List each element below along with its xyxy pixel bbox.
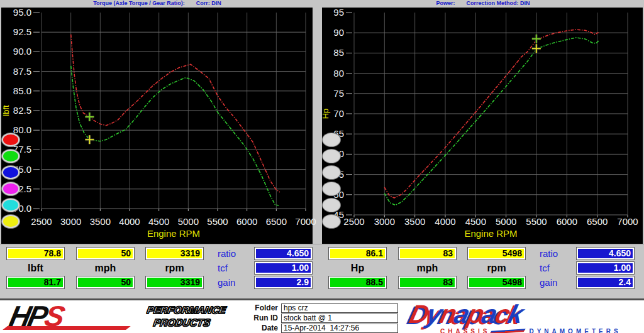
power-cursor-mph-cell: 83: [398, 247, 457, 260]
ratio-label: ratio: [218, 247, 250, 260]
torque-run-value-cell: 81.7: [6, 276, 65, 289]
gain-label: gain: [540, 276, 572, 289]
chart-title-strip: Torque (Axle Torque / Gear Ratio):Corr: …: [0, 0, 644, 8]
run-button-6[interactable]: [2, 215, 19, 228]
x-axis-title: Engine RPM: [464, 228, 517, 239]
torque-correction-text: Corr: DIN: [196, 0, 221, 6]
run-button-5[interactable]: [2, 199, 19, 212]
folder-input[interactable]: hps crz: [281, 303, 398, 313]
dynapack-logo: Dynapack: [407, 300, 526, 328]
svg-text:6000: 6000: [557, 216, 577, 227]
power-title-text: Power:: [436, 0, 455, 6]
y-axis-title: Hp: [321, 109, 330, 119]
tcf-value-cell: 1.00: [576, 261, 635, 275]
folder-label: Folder: [245, 303, 278, 313]
torque-cursor-value-cell: 78.8: [6, 247, 65, 260]
torque-readout-table: 78.8 50 3319 ratio 4.650 lbft mph rpm tc…: [0, 244, 318, 299]
rpm-unit-label: rpm: [467, 261, 526, 275]
ratio-value-cell: 4.650: [254, 247, 313, 260]
power-run-value-cell: 88.5: [328, 276, 387, 289]
date-input[interactable]: 15-Apr-2014 14:27:56: [281, 324, 398, 333]
hps-performance-text: PERFORMANCE: [146, 304, 227, 317]
svg-text:87.5: 87.5: [13, 66, 31, 77]
svg-text:85.0: 85.0: [13, 85, 31, 96]
dyno-app-window: Torque (Axle Torque / Gear Ratio):Corr: …: [0, 0, 644, 333]
dynapack-dynamometers-text: DYNAMOMETERS: [529, 328, 621, 333]
hps-products-text: PRODUCTS: [152, 317, 225, 329]
torque-chart-canvas[interactable]: 2500300035004000450050005500600065007000…: [1, 8, 313, 244]
torque-title-text: Torque (Axle Torque / Gear Ratio):: [93, 0, 185, 6]
svg-text:4500: 4500: [148, 216, 169, 227]
svg-text:85: 85: [333, 47, 344, 58]
folder-row: Folderhps crz: [245, 303, 398, 314]
readout-tables: 78.8 50 3319 ratio 4.650 lbft mph rpm tc…: [0, 244, 644, 300]
power-chart-title: Power:Correction Method: DIN: [322, 0, 644, 8]
run-button-2[interactable]: [323, 150, 340, 163]
svg-text:70: 70: [333, 108, 344, 119]
svg-text:5500: 5500: [526, 216, 547, 227]
torque-chart-title: Torque (Axle Torque / Gear Ratio):Corr: …: [0, 0, 314, 8]
gain-value-cell: 2.4: [576, 276, 635, 289]
svg-text:92.5: 92.5: [13, 26, 31, 37]
run-button-3[interactable]: [2, 166, 19, 179]
hps-logo-subtext: PERFORMANCE PRODUCTS: [143, 304, 226, 329]
svg-text:90.0: 90.0: [13, 46, 31, 57]
power-chart-canvas[interactable]: 2500300035004000450050005500600065007000…: [322, 8, 643, 244]
y-axis-title: lbft: [1, 105, 11, 116]
run-button-1[interactable]: [323, 133, 340, 146]
svg-text:4500: 4500: [465, 216, 486, 227]
torque-chart-panel[interactable]: 2500300035004000450050005500600065007000…: [1, 8, 313, 244]
date-row: Date15-Apr-2014 14:27:56: [245, 324, 398, 333]
power-chart-panel[interactable]: 2500300035004000450050005500600065007000…: [322, 8, 643, 244]
footer-bar: HPS PERFORMANCE PRODUCTS Folderhps crz R…: [0, 300, 644, 333]
run-id-label: Run ID: [245, 314, 278, 323]
svg-text:4000: 4000: [119, 216, 140, 227]
svg-text:5000: 5000: [496, 216, 516, 227]
svg-text:7000: 7000: [617, 216, 638, 227]
run-button-3[interactable]: [323, 166, 340, 179]
svg-text:95: 95: [333, 7, 344, 18]
run-button-2[interactable]: [2, 150, 19, 163]
dynapack-logo-subtext: CHASSIS DYNAMOMETERS: [440, 328, 621, 333]
svg-text:6500: 6500: [587, 216, 608, 227]
tcf-label: tcf: [218, 261, 250, 275]
svg-text:3000: 3000: [374, 216, 395, 227]
run-button-4[interactable]: [323, 182, 340, 195]
power-cursor-value-cell: 86.1: [328, 247, 387, 260]
run-button-4[interactable]: [2, 182, 19, 195]
svg-text:3500: 3500: [90, 216, 111, 227]
date-label: Date: [245, 324, 278, 333]
torque-run-rpm-cell: 3319: [145, 276, 204, 289]
rpm-unit-label: rpm: [145, 261, 204, 275]
svg-text:80: 80: [333, 68, 344, 79]
svg-text:4000: 4000: [435, 216, 455, 227]
svg-text:2500: 2500: [31, 216, 52, 227]
ratio-label: ratio: [540, 247, 572, 260]
svg-text:6500: 6500: [266, 216, 287, 227]
power-readout-table: 86.1 83 5498 ratio 4.650 Hp mph rpm tcf …: [322, 244, 640, 299]
power-correction-text: Correction Method: DIN: [467, 0, 530, 6]
mph-unit-label: mph: [76, 261, 135, 275]
svg-text:80.0: 80.0: [13, 124, 31, 135]
svg-text:2500: 2500: [343, 216, 364, 227]
tcf-label: tcf: [540, 261, 572, 275]
gain-label: gain: [218, 276, 250, 289]
run-id-input[interactable]: stock batt @ 1: [281, 314, 398, 323]
chart-area: 2500300035004000450050005500600065007000…: [0, 8, 644, 244]
power-run-mph-cell: 83: [398, 276, 457, 289]
tcf-value-cell: 1.00: [254, 261, 313, 275]
power-cursor-rpm-cell: 5498: [467, 247, 526, 260]
svg-text:95.0: 95.0: [13, 7, 31, 18]
svg-text:3000: 3000: [60, 216, 81, 227]
run-button-5[interactable]: [323, 199, 340, 212]
ratio-value-cell: 4.650: [576, 247, 635, 260]
svg-text:82.5: 82.5: [13, 105, 31, 116]
run-button-6[interactable]: [323, 215, 340, 228]
gain-value-cell: 2.9: [254, 276, 313, 289]
dynapack-chassis-text: CHASSIS: [440, 328, 490, 333]
dynapack-swoosh: [490, 329, 526, 333]
svg-text:3500: 3500: [404, 216, 425, 227]
svg-text:6000: 6000: [236, 216, 257, 227]
run-button-1[interactable]: [2, 133, 19, 146]
power-run-rpm-cell: 5498: [467, 276, 526, 289]
